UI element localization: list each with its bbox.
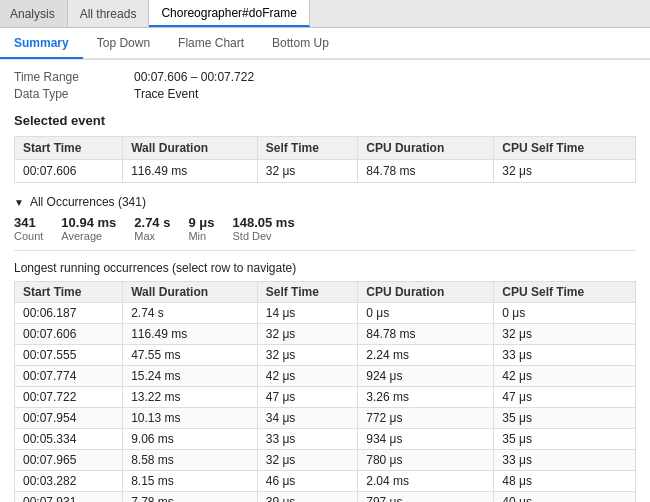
lr-col-start-time: Start Time <box>15 282 123 303</box>
stat-std-dev: 148.05 ms Std Dev <box>232 215 294 242</box>
table-cell: 35 μs <box>494 429 636 450</box>
table-row[interactable]: 00:07.77415.24 ms42 μs924 μs42 μs <box>15 366 636 387</box>
table-cell: 9.06 ms <box>123 429 258 450</box>
table-cell: 924 μs <box>358 366 494 387</box>
event-start-time: 00:07.606 <box>15 160 123 183</box>
tab-summary[interactable]: Summary <box>0 29 83 59</box>
stat-min-value: 9 μs <box>188 215 214 230</box>
table-cell: 47 μs <box>257 387 358 408</box>
table-row[interactable]: 00:07.72213.22 ms47 μs3.26 ms47 μs <box>15 387 636 408</box>
table-cell: 32 μs <box>257 324 358 345</box>
table-cell: 00:07.606 <box>15 324 123 345</box>
table-cell: 8.58 ms <box>123 450 258 471</box>
stat-min-label: Min <box>188 230 214 242</box>
stat-count: 341 Count <box>14 215 43 242</box>
lr-col-cpu-duration: CPU Duration <box>358 282 494 303</box>
col-cpu-duration: CPU Duration <box>358 137 494 160</box>
table-cell: 3.26 ms <box>358 387 494 408</box>
table-cell: 32 μs <box>257 450 358 471</box>
table-cell: 00:07.722 <box>15 387 123 408</box>
table-cell: 35 μs <box>494 408 636 429</box>
table-row[interactable]: 00:07.9658.58 ms32 μs780 μs33 μs <box>15 450 636 471</box>
stat-std-dev-label: Std Dev <box>232 230 294 242</box>
event-table-row[interactable]: 00:07.606 116.49 ms 32 μs 84.78 ms 32 μs <box>15 160 636 183</box>
time-range-label: Time Range <box>14 70 134 84</box>
table-row[interactable]: 00:05.3349.06 ms33 μs934 μs35 μs <box>15 429 636 450</box>
event-self-time: 32 μs <box>257 160 358 183</box>
occurrences-header[interactable]: ▼ All Occurrences (341) <box>14 195 636 209</box>
occurrences-title: All Occurrences (341) <box>30 195 146 209</box>
table-cell: 2.04 ms <box>358 471 494 492</box>
table-cell: 00:07.931 <box>15 492 123 503</box>
table-cell: 00:03.282 <box>15 471 123 492</box>
stat-std-dev-value: 148.05 ms <box>232 215 294 230</box>
selected-event-table: Start Time Wall Duration Self Time CPU D… <box>14 136 636 183</box>
table-cell: 32 μs <box>494 324 636 345</box>
event-wall-duration: 116.49 ms <box>123 160 258 183</box>
table-cell: 2.24 ms <box>358 345 494 366</box>
tab-flame-chart[interactable]: Flame Chart <box>164 28 258 58</box>
tab-top-down[interactable]: Top Down <box>83 28 164 58</box>
table-cell: 33 μs <box>494 345 636 366</box>
data-type-value: Trace Event <box>134 87 198 101</box>
event-cpu-self-time: 32 μs <box>494 160 636 183</box>
table-cell: 32 μs <box>257 345 358 366</box>
longest-running-title: Longest running occurrences (select row … <box>14 261 636 275</box>
table-cell: 13.22 ms <box>123 387 258 408</box>
stat-max: 2.74 s Max <box>134 215 170 242</box>
data-type-label: Data Type <box>14 87 134 101</box>
lr-col-self-time: Self Time <box>257 282 358 303</box>
top-tab-all-threads[interactable]: All threads <box>68 0 150 27</box>
table-cell: 39 μs <box>257 492 358 503</box>
table-cell: 14 μs <box>257 303 358 324</box>
table-cell: 33 μs <box>257 429 358 450</box>
table-row[interactable]: 00:07.55547.55 ms32 μs2.24 ms33 μs <box>15 345 636 366</box>
table-cell: 34 μs <box>257 408 358 429</box>
stat-average: 10.94 ms Average <box>61 215 116 242</box>
triangle-icon: ▼ <box>14 197 24 208</box>
top-tab-choreographer[interactable]: Choreographer#doFrame <box>149 0 309 27</box>
table-cell: 772 μs <box>358 408 494 429</box>
table-cell: 47.55 ms <box>123 345 258 366</box>
col-wall-duration: Wall Duration <box>123 137 258 160</box>
table-cell: 934 μs <box>358 429 494 450</box>
stat-average-label: Average <box>61 230 116 242</box>
main-content: Time Range 00:07.606 – 00:07.722 Data Ty… <box>0 60 650 502</box>
stats-row: 341 Count 10.94 ms Average 2.74 s Max 9 … <box>14 215 636 242</box>
table-cell: 33 μs <box>494 450 636 471</box>
tab-bottom-up[interactable]: Bottom Up <box>258 28 343 58</box>
selected-event-title: Selected event <box>14 113 636 128</box>
table-row[interactable]: 00:06.1872.74 s14 μs0 μs0 μs <box>15 303 636 324</box>
table-cell: 780 μs <box>358 450 494 471</box>
table-cell: 15.24 ms <box>123 366 258 387</box>
table-cell: 40 μs <box>494 492 636 503</box>
table-row[interactable]: 00:07.606116.49 ms32 μs84.78 ms32 μs <box>15 324 636 345</box>
table-cell: 46 μs <box>257 471 358 492</box>
table-cell: 2.74 s <box>123 303 258 324</box>
table-cell: 8.15 ms <box>123 471 258 492</box>
divider <box>14 250 636 251</box>
table-cell: 47 μs <box>494 387 636 408</box>
lr-col-cpu-self-time: CPU Self Time <box>494 282 636 303</box>
table-cell: 00:07.774 <box>15 366 123 387</box>
table-row[interactable]: 00:07.9317.78 ms39 μs797 μs40 μs <box>15 492 636 503</box>
data-type-row: Data Type Trace Event <box>14 87 636 101</box>
table-cell: 00:06.187 <box>15 303 123 324</box>
longest-running-table: Start Time Wall Duration Self Time CPU D… <box>14 281 636 502</box>
table-row[interactable]: 00:03.2828.15 ms46 μs2.04 ms48 μs <box>15 471 636 492</box>
stat-max-value: 2.74 s <box>134 215 170 230</box>
col-self-time: Self Time <box>257 137 358 160</box>
table-cell: 48 μs <box>494 471 636 492</box>
table-cell: 0 μs <box>358 303 494 324</box>
table-row[interactable]: 00:07.95410.13 ms34 μs772 μs35 μs <box>15 408 636 429</box>
stat-min: 9 μs Min <box>188 215 214 242</box>
table-cell: 116.49 ms <box>123 324 258 345</box>
table-cell: 42 μs <box>257 366 358 387</box>
event-cpu-duration: 84.78 ms <box>358 160 494 183</box>
stat-count-value: 341 <box>14 215 43 230</box>
top-tab-analysis[interactable]: Analysis <box>0 0 68 27</box>
stat-count-label: Count <box>14 230 43 242</box>
table-cell: 00:07.965 <box>15 450 123 471</box>
lr-col-wall-duration: Wall Duration <box>123 282 258 303</box>
table-cell: 797 μs <box>358 492 494 503</box>
